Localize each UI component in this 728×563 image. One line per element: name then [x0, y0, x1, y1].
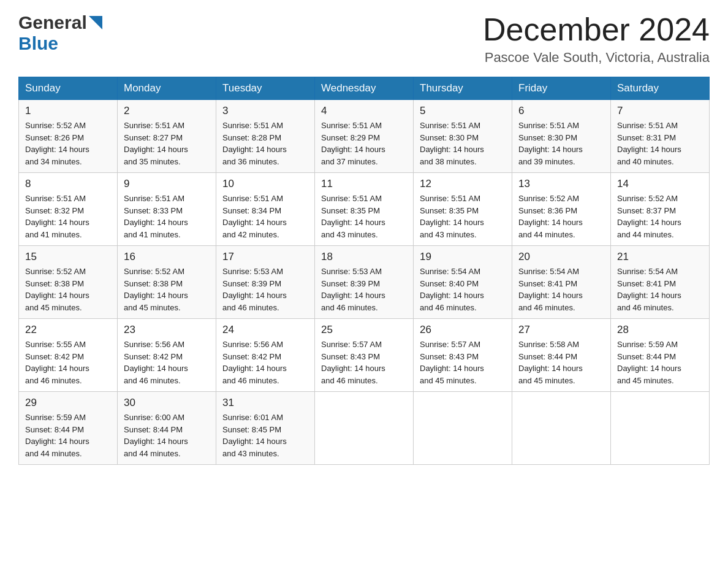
weekday-header-wednesday: Wednesday: [315, 77, 414, 100]
day-info: Sunrise: 5:51 AMSunset: 8:29 PMDaylight:…: [321, 120, 407, 167]
day-info: Sunrise: 5:56 AMSunset: 8:42 PMDaylight:…: [124, 339, 210, 386]
day-info: Sunrise: 5:51 AMSunset: 8:31 PMDaylight:…: [617, 120, 703, 167]
day-number: 7: [617, 105, 703, 117]
calendar-cell: 23 Sunrise: 5:56 AMSunset: 8:42 PMDaylig…: [118, 319, 216, 392]
calendar-cell: 31 Sunrise: 6:01 AMSunset: 8:45 PMDaylig…: [216, 392, 315, 465]
location-subtitle: Pascoe Vale South, Victoria, Australia: [483, 50, 710, 66]
svg-marker-0: [89, 16, 102, 29]
day-info: Sunrise: 5:51 AMSunset: 8:35 PMDaylight:…: [420, 193, 506, 240]
day-number: 31: [222, 397, 308, 409]
day-number: 10: [222, 178, 308, 190]
calendar-cell: [611, 392, 710, 465]
calendar-cell: 21 Sunrise: 5:54 AMSunset: 8:41 PMDaylig…: [611, 246, 710, 319]
calendar-cell: 25 Sunrise: 5:57 AMSunset: 8:43 PMDaylig…: [315, 319, 414, 392]
calendar-cell: [414, 392, 512, 465]
day-info: Sunrise: 5:58 AMSunset: 8:44 PMDaylight:…: [518, 339, 604, 386]
weekday-header-sunday: Sunday: [19, 77, 118, 100]
day-info: Sunrise: 5:59 AMSunset: 8:44 PMDaylight:…: [617, 339, 703, 386]
calendar-cell: 16 Sunrise: 5:52 AMSunset: 8:38 PMDaylig…: [118, 246, 216, 319]
day-info: Sunrise: 5:54 AMSunset: 8:41 PMDaylight:…: [518, 266, 604, 313]
day-info: Sunrise: 5:52 AMSunset: 8:38 PMDaylight:…: [25, 266, 111, 313]
calendar-cell: 8 Sunrise: 5:51 AMSunset: 8:32 PMDayligh…: [19, 173, 118, 246]
day-info: Sunrise: 6:01 AMSunset: 8:45 PMDaylight:…: [222, 412, 308, 459]
day-number: 18: [321, 251, 407, 263]
calendar-table: SundayMondayTuesdayWednesdayThursdayFrid…: [18, 77, 710, 465]
calendar-cell: [512, 392, 611, 465]
day-info: Sunrise: 5:53 AMSunset: 8:39 PMDaylight:…: [321, 266, 407, 313]
calendar-cell: 10 Sunrise: 5:51 AMSunset: 8:34 PMDaylig…: [216, 173, 315, 246]
calendar-cell: 3 Sunrise: 5:51 AMSunset: 8:28 PMDayligh…: [216, 100, 315, 173]
day-number: 15: [25, 251, 111, 263]
calendar-cell: 9 Sunrise: 5:51 AMSunset: 8:33 PMDayligh…: [118, 173, 216, 246]
day-number: 19: [420, 251, 506, 263]
day-number: 22: [25, 324, 111, 336]
day-number: 23: [124, 324, 210, 336]
day-number: 12: [420, 178, 506, 190]
calendar-cell: 22 Sunrise: 5:55 AMSunset: 8:42 PMDaylig…: [19, 319, 118, 392]
day-number: 25: [321, 324, 407, 336]
day-number: 1: [25, 105, 111, 117]
day-number: 20: [518, 251, 604, 263]
calendar-week-2: 8 Sunrise: 5:51 AMSunset: 8:32 PMDayligh…: [19, 173, 710, 246]
day-number: 14: [617, 178, 703, 190]
weekday-header-tuesday: Tuesday: [216, 77, 315, 100]
calendar-cell: 24 Sunrise: 5:56 AMSunset: 8:42 PMDaylig…: [216, 319, 315, 392]
day-info: Sunrise: 5:51 AMSunset: 8:35 PMDaylight:…: [321, 193, 407, 240]
day-number: 13: [518, 178, 604, 190]
day-number: 21: [617, 251, 703, 263]
day-info: Sunrise: 5:51 AMSunset: 8:34 PMDaylight:…: [222, 193, 308, 240]
day-info: Sunrise: 5:52 AMSunset: 8:37 PMDaylight:…: [617, 193, 703, 240]
calendar-cell: 15 Sunrise: 5:52 AMSunset: 8:38 PMDaylig…: [19, 246, 118, 319]
calendar-week-1: 1 Sunrise: 5:52 AMSunset: 8:26 PMDayligh…: [19, 100, 710, 173]
day-info: Sunrise: 5:51 AMSunset: 8:28 PMDaylight:…: [222, 120, 308, 167]
calendar-cell: 12 Sunrise: 5:51 AMSunset: 8:35 PMDaylig…: [414, 173, 512, 246]
calendar-cell: 2 Sunrise: 5:51 AMSunset: 8:27 PMDayligh…: [118, 100, 216, 173]
day-number: 2: [124, 105, 210, 117]
day-info: Sunrise: 5:56 AMSunset: 8:42 PMDaylight:…: [222, 339, 308, 386]
day-number: 30: [124, 397, 210, 409]
day-number: 3: [222, 105, 308, 117]
calendar-cell: 20 Sunrise: 5:54 AMSunset: 8:41 PMDaylig…: [512, 246, 611, 319]
day-number: 26: [420, 324, 506, 336]
calendar-cell: 7 Sunrise: 5:51 AMSunset: 8:31 PMDayligh…: [611, 100, 710, 173]
title-block: December 2024 Pascoe Vale South, Victori…: [483, 12, 710, 66]
calendar-cell: 5 Sunrise: 5:51 AMSunset: 8:30 PMDayligh…: [414, 100, 512, 173]
day-info: Sunrise: 6:00 AMSunset: 8:44 PMDaylight:…: [124, 412, 210, 459]
weekday-header-friday: Friday: [512, 77, 611, 100]
day-info: Sunrise: 5:54 AMSunset: 8:41 PMDaylight:…: [617, 266, 703, 313]
day-number: 29: [25, 397, 111, 409]
logo: General Blue: [18, 12, 102, 54]
weekday-header-monday: Monday: [118, 77, 216, 100]
logo-blue-text: Blue: [18, 33, 58, 53]
calendar-cell: 30 Sunrise: 6:00 AMSunset: 8:44 PMDaylig…: [118, 392, 216, 465]
day-number: 9: [124, 178, 210, 190]
month-title: December 2024: [483, 12, 710, 47]
day-info: Sunrise: 5:51 AMSunset: 8:32 PMDaylight:…: [25, 193, 111, 240]
calendar-cell: 27 Sunrise: 5:58 AMSunset: 8:44 PMDaylig…: [512, 319, 611, 392]
day-info: Sunrise: 5:52 AMSunset: 8:26 PMDaylight:…: [25, 120, 111, 167]
calendar-cell: 1 Sunrise: 5:52 AMSunset: 8:26 PMDayligh…: [19, 100, 118, 173]
day-info: Sunrise: 5:51 AMSunset: 8:30 PMDaylight:…: [420, 120, 506, 167]
day-number: 11: [321, 178, 407, 190]
calendar-cell: 4 Sunrise: 5:51 AMSunset: 8:29 PMDayligh…: [315, 100, 414, 173]
day-info: Sunrise: 5:52 AMSunset: 8:38 PMDaylight:…: [124, 266, 210, 313]
day-info: Sunrise: 5:54 AMSunset: 8:40 PMDaylight:…: [420, 266, 506, 313]
day-info: Sunrise: 5:51 AMSunset: 8:27 PMDaylight:…: [124, 120, 210, 167]
day-info: Sunrise: 5:51 AMSunset: 8:33 PMDaylight:…: [124, 193, 210, 240]
day-number: 4: [321, 105, 407, 117]
calendar-cell: 11 Sunrise: 5:51 AMSunset: 8:35 PMDaylig…: [315, 173, 414, 246]
day-number: 6: [518, 105, 604, 117]
day-number: 28: [617, 324, 703, 336]
page-header: General Blue December 2024 Pascoe Vale S…: [18, 12, 710, 66]
calendar-cell: 13 Sunrise: 5:52 AMSunset: 8:36 PMDaylig…: [512, 173, 611, 246]
day-number: 8: [25, 178, 111, 190]
day-info: Sunrise: 5:52 AMSunset: 8:36 PMDaylight:…: [518, 193, 604, 240]
calendar-cell: [315, 392, 414, 465]
day-number: 16: [124, 251, 210, 263]
weekday-header-thursday: Thursday: [414, 77, 512, 100]
calendar-cell: 28 Sunrise: 5:59 AMSunset: 8:44 PMDaylig…: [611, 319, 710, 392]
day-info: Sunrise: 5:59 AMSunset: 8:44 PMDaylight:…: [25, 412, 111, 459]
day-number: 27: [518, 324, 604, 336]
calendar-cell: 6 Sunrise: 5:51 AMSunset: 8:30 PMDayligh…: [512, 100, 611, 173]
day-info: Sunrise: 5:57 AMSunset: 8:43 PMDaylight:…: [321, 339, 407, 386]
